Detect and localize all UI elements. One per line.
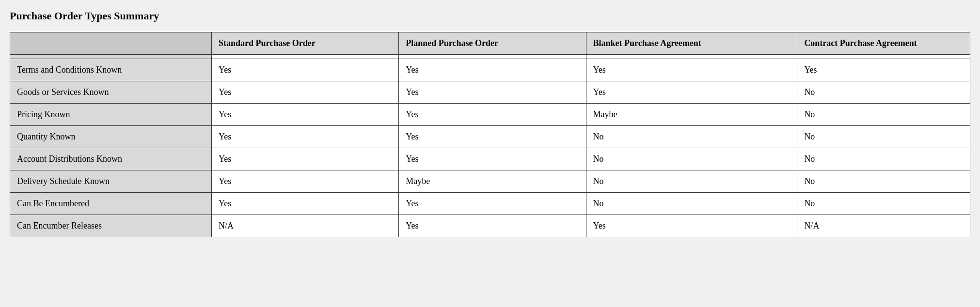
table-container: Standard Purchase Order Planned Purchase… (10, 32, 970, 237)
row-label: Pricing Known (10, 104, 212, 126)
row-cell: Yes (399, 215, 586, 237)
table-row: Account Distributions KnownYesYesNoNo (10, 148, 970, 170)
row-cell: Yes (212, 126, 399, 148)
table-row: Quantity KnownYesYesNoNo (10, 126, 970, 148)
row-cell: No (586, 170, 797, 193)
row-cell: Yes (212, 148, 399, 170)
col-header-contract: Contract Purchase Agreement (797, 32, 970, 55)
table-row: Can Encumber ReleasesN/AYesYesN/A (10, 215, 970, 237)
row-cell: No (797, 104, 970, 126)
row-cell: Yes (399, 148, 586, 170)
row-cell: N/A (797, 215, 970, 237)
row-cell: Yes (212, 81, 399, 104)
page-title: Purchase Order Types Summary (10, 10, 970, 22)
table-row: Can Be EncumberedYesYesNoNo (10, 193, 970, 215)
row-cell: Maybe (586, 104, 797, 126)
row-cell: No (797, 126, 970, 148)
row-cell: Yes (797, 59, 970, 81)
row-cell: N/A (212, 215, 399, 237)
row-cell: Yes (212, 104, 399, 126)
row-cell: Yes (399, 193, 586, 215)
table-row: Pricing KnownYesYesMaybeNo (10, 104, 970, 126)
row-cell: Yes (212, 59, 399, 81)
divider-row (10, 55, 970, 59)
table-row: Goods or Services KnownYesYesYesNo (10, 81, 970, 104)
row-cell: Yes (399, 126, 586, 148)
row-label: Goods or Services Known (10, 81, 212, 104)
row-label: Terms and Conditions Known (10, 59, 212, 81)
row-cell: No (797, 81, 970, 104)
table-row: Terms and Conditions KnownYesYesYesYes (10, 59, 970, 81)
row-cell: No (797, 148, 970, 170)
row-cell: Yes (212, 193, 399, 215)
col-header-standard: Standard Purchase Order (212, 32, 399, 55)
row-cell: No (797, 170, 970, 193)
col-header-blanket: Blanket Purchase Agreement (586, 32, 797, 55)
row-cell: No (586, 126, 797, 148)
col-header-label (10, 32, 212, 55)
row-cell: Yes (586, 81, 797, 104)
row-cell: Yes (399, 81, 586, 104)
row-label: Can Be Encumbered (10, 193, 212, 215)
row-label: Quantity Known (10, 126, 212, 148)
row-cell: No (586, 193, 797, 215)
row-cell: Yes (586, 59, 797, 81)
row-cell: Yes (586, 215, 797, 237)
row-cell: No (586, 148, 797, 170)
row-label: Account Distributions Known (10, 148, 212, 170)
row-label: Can Encumber Releases (10, 215, 212, 237)
row-cell: Yes (212, 170, 399, 193)
row-cell: No (797, 193, 970, 215)
row-cell: Yes (399, 104, 586, 126)
col-header-planned: Planned Purchase Order (399, 32, 586, 55)
row-cell: Yes (399, 59, 586, 81)
purchase-order-types-table: Standard Purchase Order Planned Purchase… (10, 32, 970, 237)
row-label: Delivery Schedule Known (10, 170, 212, 193)
row-cell: Maybe (399, 170, 586, 193)
table-row: Delivery Schedule KnownYesMaybeNoNo (10, 170, 970, 193)
